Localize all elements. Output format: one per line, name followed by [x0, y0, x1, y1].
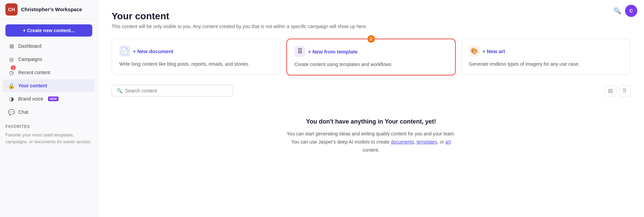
empty-state-title: You don't have anything in Your content,… — [118, 118, 624, 125]
sidebar-nav: ⊞ Dashboard ◎ Campaigns ◷ Recent content… — [0, 39, 98, 119]
sidebar-item-your-content[interactable]: 🔒 Your content — [3, 79, 95, 92]
new-art-card[interactable]: 🎨 + New art Generate endless types of im… — [461, 39, 630, 75]
page-title: Your content — [112, 11, 630, 22]
art-link[interactable]: art — [445, 139, 451, 145]
new-art-description: Generate endless types of imagery for an… — [469, 61, 623, 68]
workspace-name: Christopher's Workspace — [21, 6, 82, 12]
card-header: ⠿ + New from template — [294, 46, 448, 57]
brand-voice-new-badge: NEW — [48, 96, 58, 101]
search-input[interactable] — [125, 88, 228, 93]
campaigns-icon: ◎ — [8, 56, 15, 63]
sidebar-item-label: Recent content — [18, 70, 50, 75]
document-icon: 📄 — [119, 46, 130, 57]
table-view-icon: ⊟ — [608, 88, 613, 94]
favorites-section: Favorites Favorite your most used templa… — [0, 119, 98, 148]
sidebar-item-label: Campaigns — [18, 57, 42, 62]
sidebar-item-dashboard[interactable]: ⊞ Dashboard — [3, 40, 95, 52]
content-type-cards: 📄 + New document Write long content like… — [112, 39, 630, 75]
empty-state: You don't have anything in Your content,… — [112, 105, 630, 168]
new-template-title: + New from template — [308, 49, 358, 55]
new-document-card[interactable]: 📄 + New document Write long content like… — [112, 39, 281, 75]
new-template-card[interactable]: ⠿ + New from template Create content usi… — [286, 39, 456, 75]
favorites-title: Favorites — [5, 124, 92, 129]
chat-icon: 💬 — [8, 109, 15, 115]
your-content-icon: 🔒 — [8, 82, 15, 89]
main-content: 🔍 C Your content This content will be on… — [98, 0, 644, 217]
new-document-card-wrapper: 📄 + New document Write long content like… — [112, 39, 281, 75]
sidebar-item-label: Brand voice — [18, 96, 43, 102]
search-row: 🔍 ⊟ ⠿ — [112, 85, 630, 96]
sidebar-item-recent-content[interactable]: ◷ Recent content 1 — [3, 66, 95, 79]
sidebar-item-label: Chat — [18, 109, 28, 115]
page-subtitle: This content will be only visible to you… — [112, 24, 630, 29]
tour-badge-2: 2 — [367, 35, 375, 43]
topbar-search-icon[interactable]: 🔍 — [614, 7, 621, 15]
card-header: 📄 + New document — [119, 46, 273, 57]
sidebar-item-campaigns[interactable]: ◎ Campaigns — [3, 53, 95, 66]
card-header: 🎨 + New art — [469, 46, 623, 57]
topbar-right: 🔍 C — [614, 5, 637, 17]
sidebar: CH Christopher's Workspace + Create new … — [0, 0, 98, 217]
new-template-card-wrapper: 2 ⠿ + New from template Create content u… — [286, 39, 456, 75]
sidebar-item-label: Dashboard — [18, 43, 42, 49]
templates-link[interactable]: templates — [416, 139, 437, 145]
sidebar-header: CH Christopher's Workspace — [0, 0, 98, 19]
workspace-avatar: CH — [5, 3, 18, 16]
sidebar-item-chat[interactable]: 💬 Chat — [3, 106, 95, 118]
grid-view-icon: ⠿ — [623, 88, 627, 94]
dashboard-icon: ⊞ — [8, 43, 15, 49]
new-document-description: Write long content like blog posts, repo… — [119, 61, 273, 68]
user-avatar[interactable]: C — [625, 5, 637, 17]
create-new-content-button[interactable]: + Create new content... — [5, 24, 92, 37]
new-document-title: + New document — [133, 48, 173, 54]
new-art-card-wrapper: 🎨 + New art Generate endless types of im… — [461, 39, 630, 75]
view-controls: ⊟ ⠿ — [604, 85, 630, 96]
brand-voice-icon: ◑ — [8, 95, 15, 102]
art-icon: 🎨 — [469, 46, 480, 57]
documents-link[interactable]: documents — [391, 139, 414, 145]
sidebar-item-label: Your content — [18, 83, 47, 88]
template-icon: ⠿ — [294, 46, 305, 57]
grid-view-button[interactable]: ⠿ — [619, 85, 630, 96]
table-view-button[interactable]: ⊟ — [604, 85, 616, 96]
new-template-description: Create content using templates and workf… — [294, 61, 448, 68]
recent-content-badge: 1 — [10, 65, 16, 71]
sidebar-item-brand-voice[interactable]: ◑ Brand voice NEW — [3, 92, 95, 105]
new-art-title: + New art — [482, 48, 505, 54]
search-box[interactable]: 🔍 — [112, 85, 233, 96]
empty-state-description: You can start generating ideas and writi… — [287, 130, 456, 154]
search-icon: 🔍 — [117, 88, 122, 93]
favorites-description: Favorite your most used templates, campa… — [5, 132, 92, 145]
